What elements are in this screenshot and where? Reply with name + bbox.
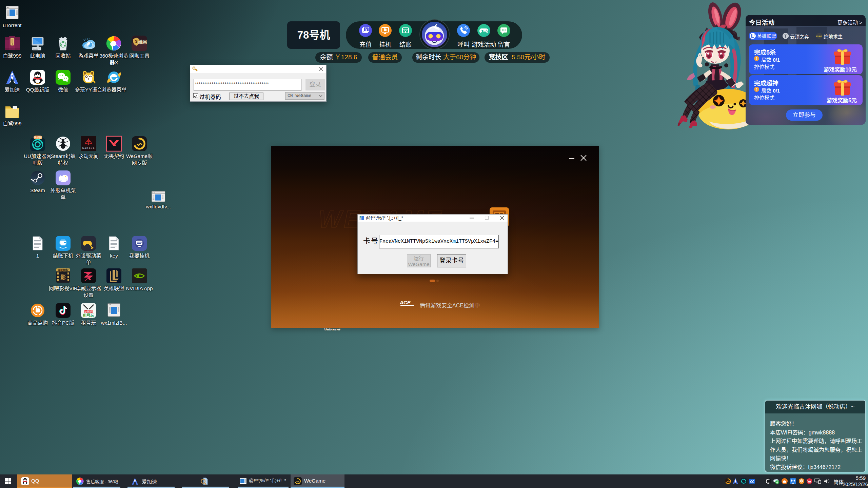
svg-text:NARAKA: NARAKA (82, 147, 95, 150)
svg-text:S: S (135, 39, 137, 43)
svg-text:租号玩: 租号玩 (83, 312, 94, 318)
svg-text:ACE: ACE (399, 300, 411, 305)
svg-text:网吧版: 网吧版 (34, 136, 42, 139)
svg-text:PUBG: PUBG (816, 35, 822, 37)
svg-text:影: 影 (60, 273, 66, 281)
svg-text:网吧特权: 网吧特权 (58, 268, 69, 272)
svg-text:维易: 维易 (138, 38, 147, 45)
